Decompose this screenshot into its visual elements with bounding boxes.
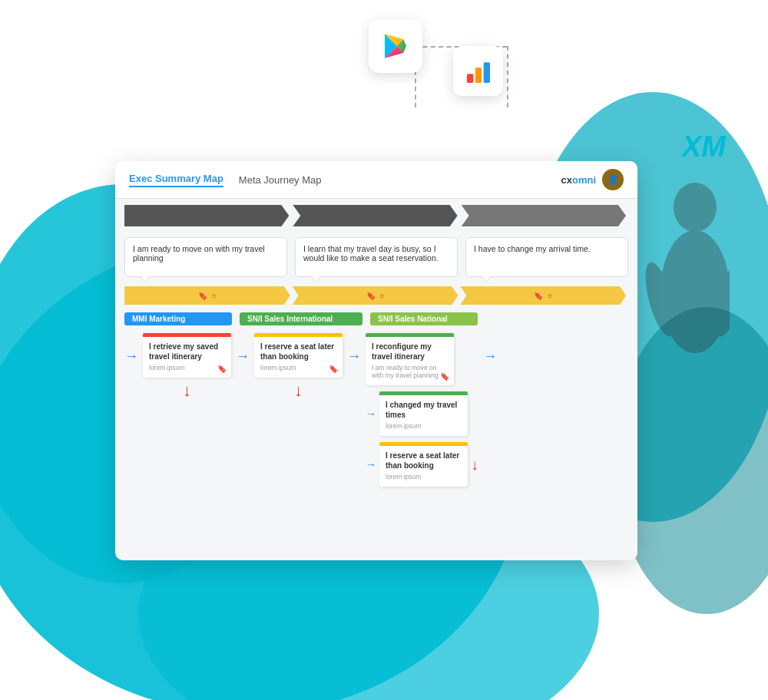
xm-badge: XM — [682, 130, 726, 163]
bookmark-icon-2: 🔖 — [366, 292, 376, 300]
lane-header-mmi: MMI Marketing — [124, 312, 232, 325]
card-2: I reserve a seat later than booking lore… — [254, 333, 343, 378]
card-1-subtitle: lorem ipsum — [149, 364, 225, 371]
card-2-bookmark: 🔖 — [329, 365, 338, 373]
card-3-top-subtitle: I am ready to move on with my travel pla… — [372, 364, 448, 379]
main-window: Exec Summary Map Meta Journey Map cxomni… — [115, 161, 637, 560]
google-play-icon — [369, 19, 422, 73]
card-col-3: I reconfigure my travel itinerary I am r… — [366, 333, 478, 487]
card-1-bookmark: 🔖 — [217, 365, 227, 373]
analytics-icon — [453, 46, 503, 96]
card-1: I retrieve my saved travel itinerary lor… — [143, 333, 231, 378]
card-3-mid-subtitle: lorem ipsum — [386, 422, 462, 430]
svg-rect-11 — [483, 62, 489, 83]
arrow-col1-to-col2: → — [236, 333, 250, 365]
card-3-top-bar — [366, 333, 454, 337]
svg-rect-9 — [467, 74, 473, 83]
tab-meta-journey[interactable]: Meta Journey Map — [239, 174, 322, 186]
card-2-title: I reserve a seat later than booking — [260, 342, 336, 362]
arrow-to-card-3-bot: → — [366, 458, 376, 471]
lines-icon-1: ≡ — [212, 292, 217, 300]
nav-logo: cxomni 👤 — [561, 169, 624, 190]
process-step-3: 🔖 ≡ — [460, 286, 626, 305]
bubble-1: I am ready to move on with my travel pla… — [124, 237, 287, 277]
phase-2 — [293, 205, 457, 226]
bubbles-row: I am ready to move on with my travel pla… — [115, 233, 637, 282]
card-2-subtitle: lorem ipsum — [260, 364, 336, 371]
card-col-2: I reserve a seat later than booking lore… — [254, 333, 343, 401]
process-bar: 🔖 ≡ 🔖 ≡ 🔖 ≡ — [115, 282, 637, 309]
logo-text: cxomni — [561, 174, 596, 186]
card-3-bot-row: → I reserve a seat later than booking lo… — [366, 442, 478, 487]
card-1-bar — [143, 333, 231, 337]
lane-header-sni-intl: SN/I Sales International — [240, 312, 362, 325]
phases-bar — [115, 199, 637, 233]
arrow-out-right: → — [483, 333, 497, 365]
card-3-mid-row: → I changed my travel times lorem ipsum — [366, 391, 478, 436]
lines-icon-3: ≡ — [548, 292, 552, 300]
tab-exec-summary[interactable]: Exec Summary Map — [129, 173, 223, 187]
lines-icon-2: ≡ — [380, 292, 385, 300]
svg-point-12 — [674, 183, 717, 232]
process-step-1: 🔖 ≡ — [124, 286, 290, 305]
phase-1 — [124, 205, 289, 226]
card-2-bar — [254, 333, 343, 337]
down-arrow-1: ↓ — [143, 381, 231, 401]
card-3-bot-subtitle: lorem ipsum — [386, 473, 462, 480]
cards-area: → I retrieve my saved travel itinerary l… — [115, 329, 637, 487]
arrow-to-col1: → — [124, 333, 138, 365]
card-3-bot-title: I reserve a seat later than booking — [386, 451, 462, 471]
card-col-1: I retrieve my saved travel itinerary lor… — [143, 333, 231, 401]
bubble-3: I have to change my arrival time. — [465, 237, 628, 277]
card-3-top-title: I reconfigure my travel itinerary — [372, 342, 448, 362]
card-3-bot: I reserve a seat later than booking lore… — [379, 442, 468, 487]
card-3-mid-title: I changed my travel times — [386, 400, 462, 420]
bookmark-icon-1: 🔖 — [198, 292, 207, 300]
arrow-to-card-3-mid: → — [366, 408, 376, 420]
card-3-top-bookmark: 🔖 — [440, 372, 449, 381]
down-arrow-2: ↓ — [254, 381, 343, 401]
process-step-2: 🔖 ≡ — [293, 286, 458, 305]
svg-rect-10 — [475, 68, 481, 83]
card-1-title: I retrieve my saved travel itinerary — [149, 342, 225, 362]
bubble-2: I learn that my travel day is busy, so I… — [295, 237, 458, 277]
card-3-mid: I changed my travel times lorem ipsum — [379, 391, 468, 436]
lane-headers: MMI Marketing SN/I Sales International S… — [115, 309, 637, 329]
nav-bar: Exec Summary Map Meta Journey Map cxomni… — [115, 161, 637, 199]
lane-header-sni-natl: SN/I Sales National — [370, 312, 478, 325]
phase-3 — [462, 205, 626, 226]
bookmark-icon-3: 🔖 — [534, 292, 543, 300]
down-arrow-3: ↓ — [471, 456, 478, 474]
card-3-mid-bar — [379, 391, 468, 395]
card-3-bot-bar — [379, 442, 468, 446]
avatar: 👤 — [602, 169, 624, 190]
card-col-3-cards: I reconfigure my travel itinerary I am r… — [366, 333, 478, 487]
arrow-col2-to-col3: → — [347, 333, 361, 365]
card-3-top: I reconfigure my travel itinerary I am r… — [366, 333, 454, 385]
